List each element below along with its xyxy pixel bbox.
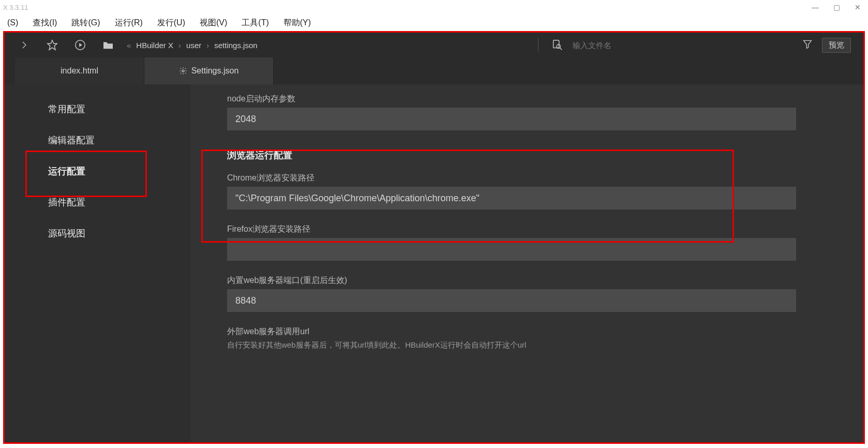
star-icon[interactable] [45, 38, 59, 52]
field-label: node启动内存参数 [227, 94, 863, 104]
firefox-path-input[interactable] [227, 238, 796, 261]
field-label: 内置web服务器端口(重启后生效) [227, 275, 863, 286]
tab-settings-json[interactable]: Settings.json [144, 57, 274, 84]
menu-view[interactable]: 视图(V) [194, 16, 232, 31]
node-memory-input[interactable] [227, 108, 796, 130]
main-area: 常用配置 编辑器配置 运行配置 插件配置 源码视图 node启动内存参数 浏览器… [5, 84, 863, 442]
chevron-right-icon: › [206, 41, 209, 50]
sidebar-item-common[interactable]: 常用配置 [5, 94, 191, 125]
app-version: X 3.3.11 [3, 4, 28, 11]
folder-icon[interactable] [101, 38, 115, 52]
field-label: 外部web服务器调用url [227, 326, 863, 337]
breadcrumb-leaf[interactable]: settings.json [214, 41, 257, 50]
sidebar-item-plugin[interactable]: 插件配置 [5, 187, 191, 218]
svg-rect-3 [553, 40, 559, 48]
sidebar-item-source[interactable]: 源码视图 [5, 218, 191, 249]
preview-button[interactable]: 预览 [822, 38, 851, 53]
file-search-input[interactable] [573, 41, 790, 50]
menu-tools[interactable]: 工具(T) [236, 16, 274, 31]
section-title: 浏览器运行配置 [227, 149, 863, 161]
menu-publish[interactable]: 发行(U) [152, 16, 190, 31]
breadcrumb-mid[interactable]: user [186, 41, 201, 50]
menu-help[interactable]: 帮助(Y) [278, 16, 316, 31]
sidebar-item-run[interactable]: 运行配置 [5, 156, 191, 187]
tab-label: Settings.json [191, 66, 239, 76]
chrome-path-input[interactable] [227, 187, 796, 210]
breadcrumb: « HBuilder X › user › settings.json [127, 41, 258, 50]
forward-icon[interactable] [17, 38, 32, 52]
settings-content: node启动内存参数 浏览器运行配置 Chrome浏览器安装路径 Firefox… [191, 84, 863, 442]
vertical-divider [538, 38, 538, 52]
play-circle-icon[interactable] [73, 38, 87, 52]
maximize-icon[interactable]: ▢ [833, 3, 840, 11]
menu-find[interactable]: 查找(I) [27, 16, 62, 31]
gear-icon [179, 67, 187, 75]
menu-bar: (S) 查找(I) 跳转(G) 运行(R) 发行(U) 视图(V) 工具(T) … [0, 14, 868, 31]
field-label: Firefox浏览器安装路径 [227, 224, 863, 235]
setting-node-memory: node启动内存参数 [227, 94, 863, 130]
setting-external-url: 外部web服务器调用url 自行安装好其他web服务器后，可将其url填到此处。… [227, 326, 863, 350]
window-controls: — ▢ ✕ [812, 3, 861, 11]
editor-tabs: index.html Settings.json [5, 57, 863, 84]
filter-icon[interactable] [802, 39, 813, 51]
browser-section: 浏览器运行配置 Chrome浏览器安装路径 [227, 149, 863, 210]
breadcrumb-root[interactable]: HBuilder X [136, 41, 173, 50]
search-file-icon[interactable] [551, 39, 563, 51]
svg-marker-2 [79, 43, 82, 47]
setting-web-port: 内置web服务器端口(重启后生效) [227, 275, 863, 312]
close-icon[interactable]: ✕ [855, 3, 861, 11]
dark-app-area: « HBuilder X › user › settings.json 预览 i… [3, 31, 865, 444]
svg-line-5 [560, 48, 562, 50]
window-titlebar: X 3.3.11 — ▢ ✕ [0, 0, 868, 14]
web-port-input[interactable] [227, 289, 796, 312]
setting-firefox-path: Firefox浏览器安装路径 [227, 224, 863, 261]
settings-sidebar: 常用配置 编辑器配置 运行配置 插件配置 源码视图 [5, 84, 191, 442]
field-hint: 自行安装好其他web服务器后，可将其url填到此处。HBuilderX运行时会自… [227, 340, 863, 350]
svg-marker-6 [804, 40, 812, 48]
minimize-icon[interactable]: — [812, 3, 819, 11]
svg-marker-0 [48, 40, 57, 50]
menu-run[interactable]: 运行(R) [110, 16, 148, 31]
sidebar-item-editor[interactable]: 编辑器配置 [5, 125, 191, 156]
chevron-left-double-icon[interactable]: « [127, 41, 131, 50]
tab-index-html[interactable]: index.html [15, 57, 144, 84]
field-label: Chrome浏览器安装路径 [227, 173, 863, 184]
chevron-right-icon: › [178, 41, 181, 50]
menu-s[interactable]: (S) [2, 16, 23, 29]
tab-label: index.html [61, 66, 98, 76]
toolbar: « HBuilder X › user › settings.json 预览 [5, 33, 863, 57]
menu-goto[interactable]: 跳转(G) [66, 16, 105, 31]
svg-point-7 [182, 70, 184, 72]
